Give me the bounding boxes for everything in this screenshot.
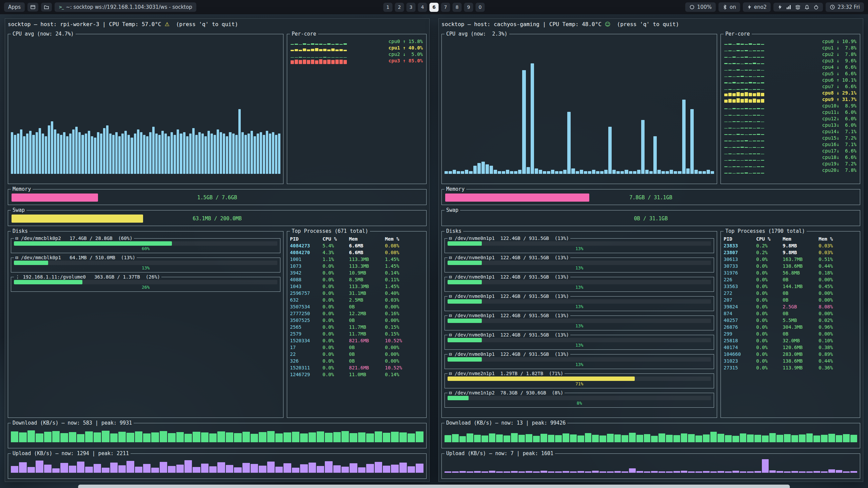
process-row[interactable]: 10430.0%113.3MB1.45% [290, 283, 423, 290]
col-mem: 6.6MB [349, 242, 385, 249]
process-row[interactable]: 402570.0%5.5MB0.02% [724, 317, 857, 324]
chart-bar [695, 471, 702, 473]
process-row[interactable]: 15203110.0%821.6MB10.52% [290, 364, 423, 371]
process-row[interactable]: 40880.0%8.5MB0.11% [290, 276, 423, 283]
process-row[interactable]: 35075250.0%0B0.00% [290, 317, 423, 324]
process-row[interactable]: 2990.0%0B0.00% [724, 330, 857, 337]
spark-bar [753, 89, 756, 90]
chart-bar [36, 461, 43, 473]
system-tray[interactable] [773, 3, 823, 12]
col-mp: 0.38% [818, 344, 857, 351]
apps-button[interactable]: Apps [4, 2, 25, 12]
process-row[interactable]: 25650.0%11.7MB0.15% [290, 324, 423, 330]
workspace-8[interactable]: 8 [453, 3, 462, 12]
workspace-9[interactable]: 9 [464, 3, 473, 12]
spark-bar [291, 60, 294, 64]
dock[interactable] [78, 485, 790, 488]
spark-bar [741, 99, 744, 103]
process-row[interactable]: 1046600.0%283.0MB0.89% [724, 351, 857, 358]
spark-bar [728, 89, 732, 90]
download-panel: Download (KB/s) — now: 13 | peak: 99426 [441, 420, 860, 448]
spark-bar [315, 60, 318, 64]
core-sparkline [724, 168, 819, 174]
process-row[interactable]: 25967570.0%31.1MB0.40% [290, 290, 423, 297]
chart-bar [678, 171, 681, 174]
chart-bar [633, 171, 636, 174]
process-row[interactable]: 35075340.0%0B0.00% [290, 303, 423, 310]
workspace-0[interactable]: 0 [476, 3, 485, 12]
disk-entry: ⊟ /dev/nvme0n1p1 122.4GB / 931.5GB (13%)… [445, 255, 714, 272]
terminal-window-right[interactable]: socktop — host: cachyos-gaming | CPU Tem… [438, 18, 863, 482]
process-row[interactable]: 8740.0%0B0.00% [724, 310, 857, 317]
process-row[interactable]: 39420.0%10.9MB0.14% [290, 269, 423, 276]
chart-bar [325, 461, 332, 473]
process-row[interactable]: 12467290.0%11.0MB0.14% [290, 371, 423, 378]
chart-bar [496, 434, 503, 442]
chart-bar [489, 433, 496, 442]
network-indicator[interactable]: eno2 [743, 2, 771, 12]
process-row[interactable]: 310230.0%138.6MB0.44% [724, 358, 857, 364]
process-row[interactable]: 401740.0%120.6MB0.38% [724, 344, 857, 351]
workspace-4[interactable]: 4 [418, 3, 427, 12]
col-mp: 0.51% [818, 256, 857, 263]
process-row[interactable]: 40842735.4%6.6MB0.08% [290, 242, 423, 249]
process-row[interactable]: 238070.2%9.8MB0.03% [724, 249, 857, 256]
col-mem: 56.8MB [783, 269, 818, 276]
chart-bar [725, 471, 732, 473]
process-row[interactable]: 335630.0%144.1MB0.45% [724, 283, 857, 290]
swap-text: 0B / 31.1GB [445, 215, 856, 223]
chart-bar [584, 171, 587, 174]
workspace-6[interactable]: 6 [430, 3, 439, 12]
terminal-window-left[interactable]: socktop — host: rpi-worker-3 | CPU Temp:… [5, 18, 430, 482]
clock-indicator[interactable]: 23:32 Fri [826, 2, 864, 12]
chart-bar [94, 432, 101, 442]
col-cpu: 0.0% [322, 310, 349, 317]
process-row[interactable]: 319760.0%56.8MB0.18% [724, 269, 857, 276]
chart-bar [242, 463, 250, 473]
process-row[interactable]: 2720.0%0B0.00% [724, 290, 857, 297]
process-row[interactable]: 306130.0%163.7MB0.51% [724, 256, 857, 263]
cpu-row: CPU avg (now: 2.3%) Per-core cpu0 ↓ 10.9… [441, 31, 860, 184]
terminal-tab[interactable]: >_ ~: socktop ws://192.168.1.104:3031/ws… [55, 2, 196, 12]
process-row[interactable]: 268760.0%304.3MB0.96% [724, 324, 857, 330]
process-row[interactable]: 258180.0%32.0MB0.10% [724, 337, 857, 344]
workspace-1[interactable]: 1 [383, 3, 393, 12]
chart-bar [477, 163, 481, 174]
process-row[interactable]: 27772500.0%12.2MB0.16% [290, 310, 423, 317]
col-pid: 2579 [290, 330, 322, 337]
process-row[interactable]: 220.0%0B0.00% [290, 351, 423, 358]
process-row[interactable]: 170.0%0B0.00% [290, 344, 423, 351]
process-row[interactable]: 10011.1%113.3MB1.45% [290, 256, 423, 263]
swap-meter: 63.1MB / 200.0MB [12, 215, 423, 223]
process-row[interactable]: 2070.0%0B0.00% [724, 297, 857, 303]
chart-bar [366, 464, 374, 473]
spark-bar [761, 99, 764, 103]
spark-bar [736, 108, 740, 109]
workspace-3[interactable]: 3 [407, 3, 416, 12]
col-cpu: 0.0% [756, 256, 783, 263]
spark-bar [745, 172, 748, 174]
process-row[interactable]: 238330.2%9.8MB0.03% [724, 242, 857, 249]
process-row[interactable]: 25790.0%11.7MB0.15% [290, 330, 423, 337]
process-row[interactable]: 10730.0%113.3MB1.45% [290, 263, 423, 269]
spark-bar [291, 50, 294, 51]
disk-label: ⊟ /dev/nvme0n1p1 122.4GB / 931.5GB (13%) [448, 274, 570, 280]
process-row[interactable]: 3260.0%0B0.00% [290, 358, 423, 364]
process-row[interactable]: 307330.0%138.6MB0.44% [724, 263, 857, 269]
bluetooth-indicator[interactable]: on [718, 2, 740, 12]
process-row[interactable]: 398240.0%2.5GB8.08% [724, 303, 857, 310]
memory-title: Memory [11, 186, 33, 192]
chart-bar [616, 171, 620, 174]
process-row[interactable]: 6320.0%2.5MB0.03% [290, 297, 423, 303]
process-row[interactable]: 2260.0%0B0.00% [724, 276, 857, 283]
window-list-button[interactable] [27, 3, 38, 12]
chart-bar [375, 431, 382, 442]
process-row[interactable]: 15203340.0%821.6MB10.52% [290, 337, 423, 344]
disk-label: ⊟ /dev/nvme0n1p1 122.4GB / 931.5GB (13%) [448, 351, 570, 357]
workspace-7[interactable]: 7 [441, 3, 450, 12]
process-row[interactable]: 273150.0%113.9MB0.36% [724, 364, 857, 371]
workspace-2[interactable]: 2 [395, 3, 404, 12]
battery-indicator[interactable]: 100% [685, 2, 716, 12]
process-row[interactable]: 40842704.3%6.6MB0.08% [290, 249, 423, 256]
files-button[interactable] [41, 3, 52, 12]
